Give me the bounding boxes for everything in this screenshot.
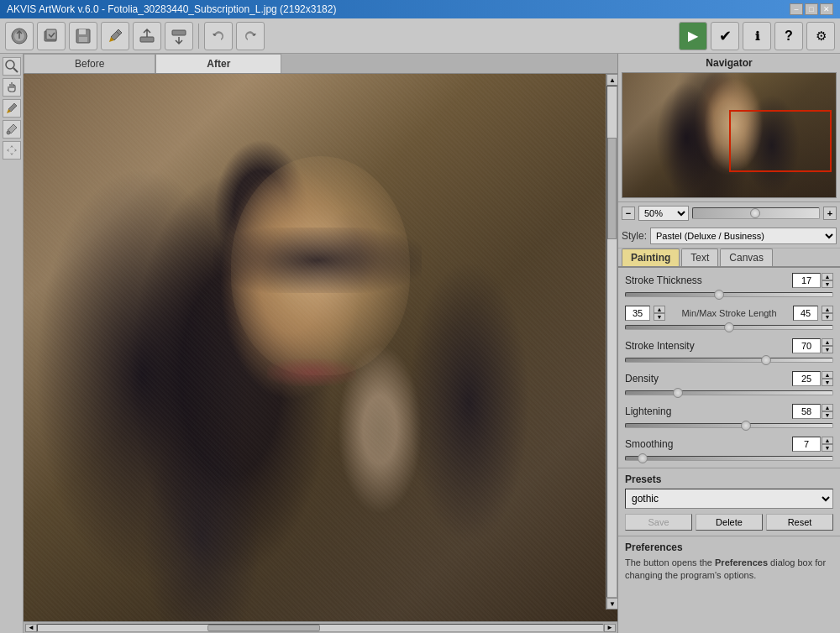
stroke-thickness-input[interactable] <box>792 273 821 288</box>
info-btn[interactable]: ℹ <box>743 22 771 50</box>
zoom-select[interactable]: 50% 25% 75% 100% <box>638 206 689 221</box>
settings-btn[interactable]: ⚙ <box>806 22 835 50</box>
window-controls: – □ ✕ <box>790 3 833 15</box>
zoom-slider[interactable] <box>692 207 820 219</box>
min-stroke-up[interactable]: ▲ <box>654 306 665 313</box>
max-stroke-input[interactable] <box>793 306 818 321</box>
stroke-thickness-track[interactable] <box>625 292 833 297</box>
hscroll-right-btn[interactable]: ► <box>604 624 616 632</box>
navigator-preview[interactable] <box>622 72 837 198</box>
tab-canvas[interactable]: Canvas <box>720 248 773 266</box>
titlebar: AKVIS ArtWork v.6.0 - Fotolia_30283440_S… <box>0 0 840 18</box>
zoom-tool[interactable] <box>3 57 21 76</box>
paint-btn[interactable] <box>101 22 129 50</box>
presets-section: Presets gothic default soft watercolor o… <box>618 468 840 536</box>
export-up-btn[interactable] <box>133 22 161 50</box>
smoothing-spinner: ▲ ▼ <box>822 437 833 452</box>
smoothing-down[interactable]: ▼ <box>822 444 833 452</box>
max-stroke-down[interactable]: ▼ <box>822 313 833 321</box>
vscroll-down-btn[interactable]: ▼ <box>606 598 617 609</box>
density-spinner: ▲ ▼ <box>822 371 833 386</box>
stroke-intensity-track[interactable] <box>625 358 833 363</box>
smoothing-label: Smoothing <box>625 438 673 450</box>
stroke-thickness-value-box: ▲ ▼ <box>792 273 833 288</box>
zoom-plus-btn[interactable]: + <box>823 207 837 220</box>
minmax-stroke-row: ▲ ▼ Min/Max Stroke Length ▲ ▼ <box>625 306 833 332</box>
min-stroke-down[interactable]: ▼ <box>654 313 665 321</box>
svg-rect-4 <box>46 29 56 39</box>
minmax-thumb <box>724 322 734 332</box>
tab-before[interactable]: Before <box>24 54 155 73</box>
navigator-selection-box[interactable] <box>729 110 832 172</box>
export-down-btn[interactable] <box>165 22 193 50</box>
min-stroke-spinner: ▲ ▼ <box>654 306 665 321</box>
vscroll-up-btn[interactable]: ▲ <box>606 74 617 86</box>
texture-overlay <box>24 74 617 621</box>
maximize-btn[interactable]: □ <box>805 3 818 15</box>
lightening-up[interactable]: ▲ <box>822 404 833 411</box>
zoom-minus-btn[interactable]: − <box>622 207 635 220</box>
density-track[interactable] <box>625 390 833 395</box>
presets-title: Presets <box>625 473 833 485</box>
tab-text[interactable]: Text <box>681 248 718 266</box>
hand-tool[interactable] <box>3 78 21 97</box>
presets-delete-btn[interactable]: Delete <box>696 514 763 531</box>
canvas-viewport[interactable]: ▲ ▼ <box>24 74 617 621</box>
stroke-thickness-label: Stroke Thickness <box>625 275 702 286</box>
smoothing-thumb <box>638 453 648 463</box>
undo-btn[interactable] <box>204 22 233 50</box>
smoothing-track[interactable] <box>625 456 833 461</box>
density-down[interactable]: ▼ <box>822 379 833 386</box>
vscroll-track[interactable] <box>606 86 617 598</box>
stroke-thickness-spinner: ▲ ▼ <box>822 273 833 288</box>
lightening-track[interactable] <box>625 423 833 428</box>
batch-btn[interactable] <box>37 22 66 50</box>
presets-reset-btn[interactable]: Reset <box>766 514 833 531</box>
redo-btn[interactable] <box>236 22 265 50</box>
apply-btn[interactable]: ✔ <box>711 22 739 50</box>
brush-tool[interactable] <box>3 99 21 118</box>
lightening-value-box: ▲ ▼ <box>792 404 833 419</box>
min-stroke-input[interactable] <box>625 306 650 321</box>
stroke-intensity-input[interactable] <box>792 338 821 353</box>
density-label: Density <box>625 373 659 385</box>
hscroll-left-btn[interactable]: ◄ <box>25 624 37 632</box>
minimize-btn[interactable]: – <box>790 3 803 15</box>
tab-painting[interactable]: Painting <box>622 248 680 266</box>
density-thumb <box>673 388 683 398</box>
help-btn[interactable]: ? <box>774 22 803 50</box>
minmax-label: Min/Max Stroke Length <box>669 308 790 318</box>
svg-point-13 <box>7 131 10 134</box>
close-btn[interactable]: ✕ <box>820 3 833 15</box>
lightening-down[interactable]: ▼ <box>822 411 833 419</box>
svg-line-12 <box>13 68 18 72</box>
lightening-input[interactable] <box>792 404 821 419</box>
max-stroke-up[interactable]: ▲ <box>822 306 833 313</box>
stroke-thickness-up[interactable]: ▲ <box>822 273 833 280</box>
style-select[interactable]: Pastel (Deluxe / Business) Oil Paint Wat… <box>650 228 837 244</box>
smoothing-up[interactable]: ▲ <box>822 437 833 444</box>
move-tool[interactable] <box>3 141 21 160</box>
stroke-intensity-header: Stroke Intensity ▲ ▼ <box>625 338 833 353</box>
save-btn[interactable] <box>69 22 97 50</box>
stroke-intensity-up[interactable]: ▲ <box>822 338 833 346</box>
minmax-track[interactable] <box>625 325 833 330</box>
stroke-thickness-down[interactable]: ▼ <box>822 280 833 288</box>
navigator: Navigator <box>618 54 840 202</box>
run-btn[interactable]: ▶ <box>679 22 707 50</box>
eyedropper-tool[interactable] <box>3 120 21 139</box>
param-tabs: Painting Text Canvas <box>618 248 840 268</box>
lightening-thumb <box>741 421 751 431</box>
presets-save-btn[interactable]: Save <box>625 514 692 531</box>
tab-after[interactable]: After <box>155 54 281 73</box>
open-file-btn[interactable] <box>5 22 34 50</box>
presets-select[interactable]: gothic default soft watercolor oil <box>625 489 833 509</box>
density-up[interactable]: ▲ <box>822 371 833 379</box>
hscroll-track[interactable] <box>37 624 604 632</box>
preferences-title: Preferences <box>625 541 833 553</box>
canvas-area: Before After ▲ <box>24 54 617 633</box>
density-input[interactable] <box>792 371 821 386</box>
svg-rect-6 <box>79 29 86 34</box>
stroke-intensity-down[interactable]: ▼ <box>822 346 833 353</box>
smoothing-input[interactable] <box>792 437 821 452</box>
